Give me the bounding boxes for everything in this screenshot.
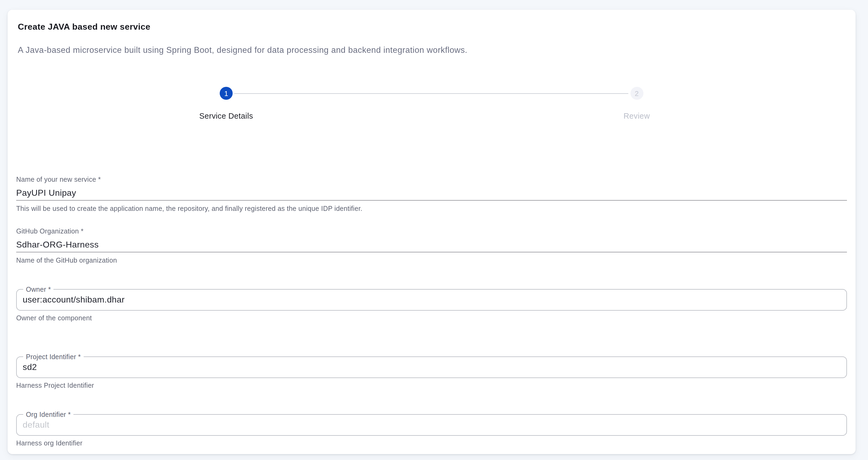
step-1-label: Service Details [199,110,253,121]
scaffolder-card: Create JAVA based new service A Java-bas… [7,10,856,454]
project-identifier-label: Project Identifier * [23,352,84,362]
org-identifier-label: Org Identifier * [23,409,73,419]
org-identifier-helper: Harness org Identifier [16,438,847,448]
field-group-org-identifier: Org Identifier * Harness org Identifier [16,414,847,448]
step-1-number: 1 [224,90,228,97]
step-2-badge: 2 [630,87,643,100]
github-org-underline [16,239,847,252]
step-2-label: Review [623,110,650,121]
field-group-github-org: GitHub Organization * Name of the GitHub… [16,227,847,265]
step-connector [234,93,628,94]
github-org-label: GitHub Organization * [16,227,847,236]
project-identifier-helper: Harness Project Identifier [16,381,847,390]
service-details-form: Name of your new service * This will be … [16,175,847,448]
github-org-helper: Name of the GitHub organization [16,256,847,265]
service-name-input[interactable] [16,187,847,200]
wizard-stepper: 1 2 Service Details Review [16,87,847,128]
service-name-helper: This will be used to create the applicat… [16,204,847,213]
org-identifier-input[interactable] [23,415,840,435]
page-description: A Java-based microservice built using Sp… [18,44,847,56]
page-title: Create JAVA based new service [18,21,847,33]
project-identifier-input[interactable] [23,357,840,377]
field-group-owner: Owner * Owner of the component [16,289,847,323]
owner-input[interactable] [23,290,840,310]
owner-helper: Owner of the component [16,313,847,323]
page-background: Create JAVA based new service A Java-bas… [0,0,868,460]
owner-label: Owner * [23,285,54,294]
step-1-badge: 1 [220,87,232,100]
service-name-underline [16,187,847,201]
field-group-project-identifier: Project Identifier * Harness Project Ide… [16,357,847,390]
service-name-label: Name of your new service * [16,175,847,185]
org-identifier-field-box: Org Identifier * [16,414,847,436]
field-group-service-name: Name of your new service * This will be … [16,175,847,213]
project-identifier-field-box: Project Identifier * [16,357,847,378]
github-org-input[interactable] [16,239,847,252]
owner-field-box: Owner * [16,289,847,310]
step-2-number: 2 [635,90,639,97]
